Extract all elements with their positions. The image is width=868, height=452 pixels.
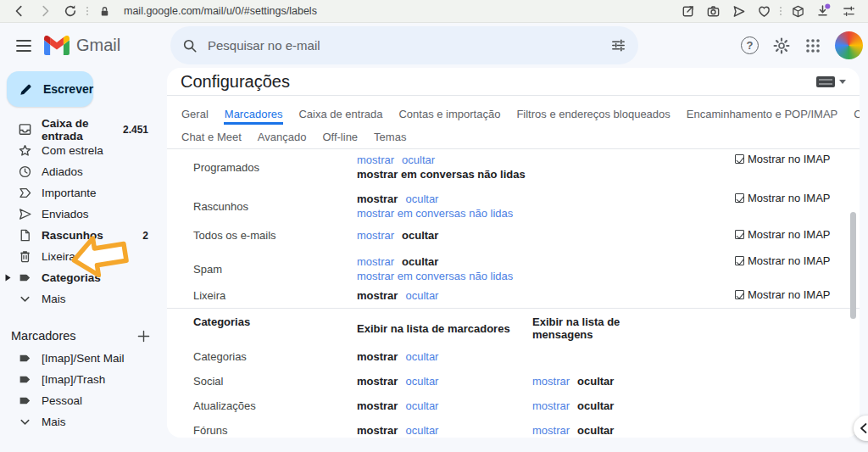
- hide-link[interactable]: ocultar: [577, 399, 614, 412]
- sidebar-item-snoozed[interactable]: Adiados: [0, 161, 167, 182]
- camera-icon[interactable]: [705, 3, 721, 19]
- tab-contas-e-importacao[interactable]: Contas e importação: [398, 104, 501, 125]
- send-icon[interactable]: [731, 3, 746, 19]
- row-label: Spam: [193, 263, 357, 276]
- tab-chat-e-meet[interactable]: Chat e Meet: [181, 127, 242, 148]
- show-link[interactable]: mostrar: [357, 254, 394, 269]
- checkbox-checked-icon[interactable]: [735, 154, 744, 164]
- input-tools-selector[interactable]: [816, 76, 846, 87]
- tab-marcadores[interactable]: Marcadores: [224, 104, 284, 125]
- vertical-scrollbar[interactable]: [850, 212, 856, 319]
- show-if-unread-link[interactable]: mostrar em conversas não lidas: [357, 206, 513, 220]
- sidebar-item-starred[interactable]: Com estrela: [0, 140, 167, 161]
- hide-link[interactable]: ocultar: [405, 350, 438, 363]
- sidebar-item-label: Caixa de entrada: [42, 117, 123, 142]
- show-link[interactable]: mostrar: [357, 153, 394, 167]
- show-link[interactable]: mostrar: [532, 375, 570, 388]
- hide-link[interactable]: ocultar: [577, 424, 614, 437]
- categories-header: Categorias: [193, 315, 357, 328]
- tab-filtros[interactable]: Filtros e endereços bloqueados: [515, 104, 670, 125]
- tab-complementos[interactable]: Complementos: [853, 104, 860, 125]
- tab-geral[interactable]: Geral: [181, 104, 209, 125]
- help-icon[interactable]: ?: [741, 36, 759, 54]
- imap-label: Mostrar no IMAP: [748, 153, 831, 165]
- checkbox-checked-icon[interactable]: [735, 290, 744, 299]
- search-input[interactable]: Pesquisar no e-mail: [208, 38, 610, 53]
- show-link[interactable]: mostrar: [357, 350, 398, 363]
- imap-checkbox-row[interactable]: Mostrar no IMAP: [735, 153, 831, 165]
- sidebar-item-more[interactable]: Mais: [0, 288, 167, 310]
- plus-icon[interactable]: [137, 330, 150, 343]
- side-panel-collapse-button[interactable]: [854, 416, 868, 441]
- tab-temas[interactable]: Temas: [373, 127, 407, 148]
- imap-checkbox-row[interactable]: Mostrar no IMAP: [735, 192, 831, 204]
- send-icon: [18, 207, 32, 221]
- show-link[interactable]: mostrar: [357, 375, 398, 388]
- hide-link[interactable]: ocultar: [577, 375, 614, 388]
- search-bar[interactable]: Pesquisar no e-mail: [170, 26, 638, 64]
- settings-gear-icon[interactable]: [772, 36, 791, 55]
- checkbox-checked-icon[interactable]: [735, 193, 744, 203]
- tab-encaminhamento[interactable]: Encaminhamento e POP/IMAP: [686, 104, 838, 125]
- sidebar-label-more[interactable]: Mais: [0, 411, 167, 432]
- show-link[interactable]: mostrar: [532, 399, 570, 412]
- sidebar-item-inbox[interactable]: Caixa de entrada 2.451: [0, 119, 167, 140]
- imap-checkbox-row[interactable]: Mostrar no IMAP: [735, 254, 831, 267]
- show-link[interactable]: mostrar: [357, 192, 398, 206]
- show-if-unread-link[interactable]: mostrar em conversas não lidas: [357, 167, 526, 181]
- tab-caixa-de-entrada[interactable]: Caixa de entrada: [298, 104, 383, 125]
- row-label: Categorias: [193, 350, 357, 363]
- clock-icon: [18, 165, 32, 179]
- sidebar-item-label: Mais: [42, 416, 66, 428]
- show-link[interactable]: mostrar: [357, 399, 398, 412]
- hide-link[interactable]: ocultar: [405, 375, 438, 388]
- imap-checkbox-row[interactable]: Mostrar no IMAP: [735, 228, 831, 241]
- forward-icon[interactable]: [37, 3, 53, 19]
- compose-button[interactable]: Escrever: [7, 71, 93, 107]
- labels-settings-table: Programados mostrar ocultar mostrar em c…: [167, 153, 860, 437]
- sidebar-label-imap-trash[interactable]: [Imap]/Trash: [0, 369, 167, 390]
- hide-link[interactable]: ocultar: [405, 424, 438, 437]
- expand-triangle-icon[interactable]: [5, 274, 11, 282]
- main-menu-icon[interactable]: [7, 29, 41, 63]
- hide-link[interactable]: ocultar: [402, 153, 435, 167]
- sidebar-label-pessoal[interactable]: Pessoal: [0, 390, 167, 411]
- reload-icon[interactable]: [63, 3, 78, 19]
- hide-link[interactable]: ocultar: [405, 399, 438, 412]
- show-if-unread-link[interactable]: mostrar em conversas não lidas: [357, 269, 513, 283]
- tune-icon[interactable]: [841, 3, 856, 19]
- sidebar-item-label: [Imap]/Sent Mail: [42, 352, 125, 365]
- tab-offline[interactable]: Off-line: [321, 127, 359, 148]
- checkbox-checked-icon[interactable]: [735, 256, 744, 265]
- back-icon[interactable]: [12, 3, 27, 19]
- hide-link[interactable]: ocultar: [405, 288, 438, 303]
- imap-checkbox-row[interactable]: Mostrar no IMAP: [735, 288, 831, 301]
- search-options-icon[interactable]: [610, 37, 626, 53]
- keyboard-icon: [816, 76, 835, 87]
- sidebar-item-sent[interactable]: Enviados: [0, 204, 167, 225]
- hide-link[interactable]: ocultar: [402, 254, 438, 269]
- sidebar-item-important[interactable]: Importante: [0, 182, 167, 204]
- gmail-logo[interactable]: Gmail: [44, 36, 120, 55]
- gmail-header: Gmail Pesquisar no e-mail ?: [0, 23, 868, 68]
- heart-icon[interactable]: [756, 3, 771, 19]
- apps-grid-icon[interactable]: [804, 37, 821, 54]
- tab-avancado[interactable]: Avançado: [257, 127, 308, 148]
- avatar[interactable]: [835, 31, 863, 59]
- share-edit-icon[interactable]: [680, 3, 695, 19]
- search-icon[interactable]: [182, 38, 198, 53]
- table-row: Social mostrar ocultar mostrar ocultar: [167, 374, 860, 388]
- hide-link[interactable]: ocultar: [405, 192, 438, 206]
- sidebar-label-imap-sent[interactable]: [Imap]/Sent Mail: [0, 348, 167, 369]
- cube-icon[interactable]: [790, 3, 805, 19]
- hide-link[interactable]: ocultar: [402, 228, 438, 243]
- checkbox-checked-icon[interactable]: [735, 230, 744, 239]
- show-link[interactable]: mostrar: [357, 424, 398, 437]
- show-link[interactable]: mostrar: [357, 228, 394, 243]
- show-link[interactable]: mostrar: [532, 424, 570, 437]
- lock-icon[interactable]: [97, 3, 112, 19]
- table-row: Todos os e-mails mostrar ocultar Mostrar…: [167, 228, 860, 243]
- url-bar[interactable]: mail.google.com/mail/u/0/#settings/label…: [124, 5, 317, 17]
- download-icon[interactable]: [815, 3, 831, 19]
- show-link[interactable]: mostrar: [357, 288, 398, 303]
